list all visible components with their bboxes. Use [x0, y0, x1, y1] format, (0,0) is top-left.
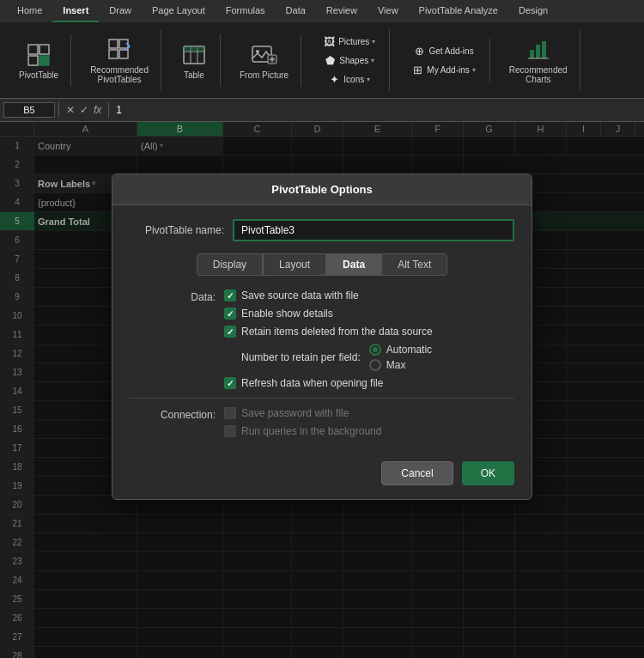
- tab-design[interactable]: Design: [508, 0, 558, 22]
- ribbon-content: PivotTable RecommendedPivotTables: [0, 22, 644, 98]
- connection-section-content: Save password with file Run queries in t…: [224, 407, 381, 437]
- my-addins-icon: ⊞: [410, 63, 424, 76]
- svg-rect-0: [28, 45, 38, 54]
- retain-items-label: Retain items deleted from the data sourc…: [241, 326, 433, 338]
- show-details-label: Enable show details: [241, 308, 333, 320]
- retain-items-row: ✓ Retain items deleted from the data sou…: [224, 326, 514, 338]
- pivottable-options-modal: PivotTable Options PivotTable name: Disp…: [112, 174, 532, 500]
- cell-reference-input[interactable]: [3, 102, 55, 118]
- svg-rect-6: [109, 50, 118, 58]
- max-radio-row: Max: [369, 359, 432, 371]
- refresh-data-checkmark: ✓: [227, 379, 234, 388]
- svg-rect-12: [184, 46, 204, 52]
- formula-bar: ✕ ✓ fx: [0, 98, 644, 122]
- recommended-pivottables-label: RecommendedPivotTables: [90, 65, 149, 84]
- ok-button[interactable]: OK: [462, 461, 514, 485]
- from-picture-button[interactable]: From Picture: [236, 38, 292, 83]
- tab-formulas[interactable]: Formulas: [216, 0, 276, 22]
- tab-data[interactable]: Data: [276, 0, 316, 22]
- formula-bar-divider: [58, 102, 59, 118]
- tab-layout[interactable]: Layout: [263, 253, 326, 276]
- refresh-data-checkbox[interactable]: ✓: [224, 377, 236, 389]
- tab-insert[interactable]: Insert: [52, 0, 99, 22]
- recommended-charts-button[interactable]: RecommendedCharts: [506, 33, 571, 88]
- show-details-row: ✓ Enable show details: [224, 308, 514, 320]
- recommended-charts-icon: [525, 36, 552, 64]
- retain-options-group: Automatic Max: [369, 344, 432, 371]
- show-details-checkbox[interactable]: ✓: [224, 308, 236, 320]
- icons-button[interactable]: ✦ Icons ▾: [324, 70, 374, 88]
- tab-alt-text[interactable]: Alt Text: [381, 253, 447, 276]
- recommended-pivottables-button[interactable]: RecommendedPivotTables: [87, 33, 152, 88]
- shapes-chevron: ▾: [371, 57, 374, 64]
- automatic-radio-dot: [373, 347, 378, 352]
- tab-home[interactable]: Home: [7, 0, 52, 22]
- save-source-checkmark: ✓: [227, 291, 234, 301]
- svg-rect-3: [39, 56, 49, 65]
- pivot-table-button[interactable]: PivotTable: [15, 38, 62, 83]
- connection-section-label: Connection:: [130, 407, 224, 421]
- modal-overlay: PivotTable Options PivotTable name: Disp…: [0, 122, 644, 658]
- table-button[interactable]: Table: [177, 38, 211, 83]
- tab-data[interactable]: Data: [326, 253, 381, 276]
- insert-function-icon: fx: [94, 104, 101, 116]
- modal-body: PivotTable name: Display Layout Data Alt…: [112, 205, 532, 451]
- modal-title-bar: PivotTable Options: [112, 174, 532, 205]
- refresh-data-row: ✓ Refresh data when opening file: [224, 377, 514, 389]
- shapes-icon: ⬟: [323, 53, 337, 67]
- icons-label: Icons: [343, 75, 364, 84]
- my-addins-button[interactable]: ⊞ My Add-ins ▾: [407, 61, 478, 78]
- formula-input[interactable]: [112, 104, 641, 116]
- svg-rect-1: [39, 45, 49, 54]
- ribbon-group-rec-pivot: RecommendedPivotTables: [78, 29, 161, 91]
- ribbon-group-table: Table: [168, 34, 221, 87]
- spreadsheet: A B C D E F G H I J K 1 2 3 4 5 6 7 8 9 …: [0, 122, 644, 658]
- icons-chevron: ▾: [367, 76, 370, 83]
- run-queries-label: Run queries in the background: [241, 425, 381, 437]
- save-password-checkbox[interactable]: [224, 407, 236, 419]
- svg-rect-18: [530, 50, 534, 58]
- tab-draw[interactable]: Draw: [99, 0, 142, 22]
- ribbon-group-from-picture: From Picture: [228, 34, 301, 87]
- pictures-chevron: ▾: [372, 38, 375, 46]
- ribbon: Home Insert Draw Page Layout Formulas Da…: [0, 0, 644, 98]
- tab-pivottable-analyze[interactable]: PivotTable Analyze: [409, 0, 508, 22]
- svg-rect-2: [28, 56, 38, 65]
- table-label: Table: [184, 70, 204, 80]
- ribbon-tabs: Home Insert Draw Page Layout Formulas Da…: [0, 0, 644, 22]
- save-source-label: Save source data with file: [241, 289, 359, 302]
- run-queries-checkbox[interactable]: [224, 425, 236, 437]
- automatic-radio-row: Automatic: [369, 344, 432, 356]
- modal-separator: [130, 398, 514, 399]
- svg-rect-4: [109, 40, 118, 48]
- from-picture-icon: [251, 41, 278, 69]
- svg-rect-19: [536, 45, 540, 58]
- tab-display[interactable]: Display: [197, 253, 263, 276]
- pivot-name-label: PivotTable name:: [130, 224, 224, 236]
- tab-review[interactable]: Review: [316, 0, 368, 22]
- get-addins-label: Get Add-ins: [428, 46, 473, 56]
- max-radio[interactable]: [369, 359, 381, 371]
- save-source-row: ✓ Save source data with file: [224, 289, 514, 302]
- recommended-pivottables-icon: [106, 36, 133, 64]
- retain-items-checkbox[interactable]: ✓: [224, 326, 236, 338]
- tab-page-layout[interactable]: Page Layout: [142, 0, 216, 22]
- modal-footer: Cancel OK: [112, 451, 532, 499]
- get-addins-button[interactable]: ⊕ Get Add-ins: [409, 42, 477, 59]
- cancel-button[interactable]: Cancel: [381, 461, 453, 485]
- show-details-checkmark: ✓: [227, 309, 234, 319]
- svg-rect-20: [542, 41, 546, 58]
- tab-view[interactable]: View: [368, 0, 409, 22]
- automatic-radio-label: Automatic: [386, 344, 432, 356]
- automatic-radio[interactable]: [369, 344, 381, 356]
- ribbon-group-illustrations: 🖼 Pictures ▾ ⬟ Shapes ▾ ✦ Icons ▾: [308, 29, 390, 91]
- pictures-icon: 🖼: [322, 34, 336, 48]
- pictures-button[interactable]: 🖼 Pictures ▾: [319, 33, 379, 50]
- save-source-checkbox[interactable]: ✓: [224, 289, 236, 302]
- get-addins-icon: ⊕: [412, 44, 426, 58]
- pivot-table-icon: [25, 41, 52, 69]
- max-radio-label: Max: [386, 359, 406, 371]
- shapes-button[interactable]: ⬟ Shapes ▾: [319, 52, 378, 69]
- retain-per-field-row: Number to retain per field: Automatic: [224, 344, 514, 371]
- pivot-name-input[interactable]: [233, 219, 514, 241]
